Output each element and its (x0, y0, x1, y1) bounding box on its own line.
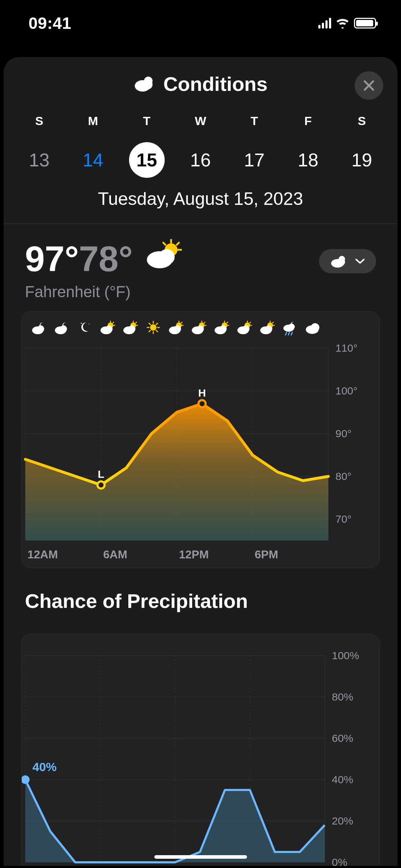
svg-line-73 (288, 332, 289, 335)
chevron-down-icon (355, 258, 365, 265)
day-number: 16 (182, 142, 218, 178)
svg-line-5 (177, 243, 179, 245)
day-17[interactable]: T17 (229, 114, 279, 178)
svg-text:100°: 100° (335, 385, 358, 397)
header-title-row: Conditions (133, 72, 267, 95)
svg-point-57 (220, 325, 227, 332)
temperature-chart: 70°80°90°100°110° HL12AM6AM12PM6PM (22, 337, 378, 569)
svg-point-117 (22, 775, 30, 784)
svg-point-92 (199, 400, 206, 407)
day-label: T (143, 114, 150, 128)
partly-cloudy-night-icon (29, 320, 50, 337)
svg-text:20%: 20% (332, 815, 353, 827)
day-number: 18 (290, 142, 326, 178)
day-number: 15 (129, 142, 165, 178)
svg-point-51 (197, 325, 204, 332)
day-16[interactable]: W16 (175, 114, 225, 178)
day-19[interactable]: S19 (337, 114, 387, 178)
day-18[interactable]: F18 (283, 114, 333, 178)
svg-line-39 (149, 330, 150, 332)
conditions-sheet: Conditions S13M14T15W16T17F18S19 Tuesday… (4, 57, 397, 866)
svg-line-72 (286, 332, 287, 335)
day-label: S (358, 114, 366, 128)
svg-line-22 (113, 322, 114, 323)
hi-lo-temps: 97° 78° (25, 238, 182, 279)
day-number: 14 (75, 142, 111, 178)
svg-line-36 (149, 323, 150, 325)
day-15[interactable]: T15 (122, 114, 172, 178)
clear-night-icon (74, 320, 95, 337)
partly-cloudy-night-icon (52, 320, 72, 337)
svg-point-14 (37, 325, 44, 332)
svg-text:70°: 70° (335, 513, 351, 525)
svg-point-16 (60, 325, 67, 332)
sheet-header: Conditions (4, 57, 397, 110)
svg-point-17 (81, 323, 82, 324)
conditions-icon (133, 75, 155, 92)
svg-text:6AM: 6AM (103, 548, 128, 561)
svg-point-9 (159, 249, 175, 265)
svg-text:80%: 80% (332, 691, 353, 703)
svg-line-38 (156, 323, 158, 325)
svg-point-24 (106, 325, 113, 332)
svg-line-67 (273, 322, 273, 323)
day-number: 13 (21, 142, 57, 178)
status-time: 09:41 (29, 14, 71, 33)
svg-text:12PM: 12PM (179, 548, 209, 561)
svg-text:0%: 0% (332, 856, 347, 866)
partly-sunny-icon (234, 320, 255, 337)
selected-date-label: Tuesday, August 15, 2023 (4, 188, 397, 209)
svg-text:40%: 40% (32, 760, 57, 774)
low-temp: 78° (79, 238, 133, 279)
svg-line-55 (227, 322, 228, 323)
svg-point-45 (174, 325, 181, 332)
svg-text:100%: 100% (332, 650, 359, 661)
home-indicator[interactable] (154, 855, 247, 859)
svg-text:80°: 80° (335, 470, 351, 482)
precip-section-title: Chance of Precipitation (4, 568, 397, 623)
cellular-signal-icon (318, 18, 331, 29)
day-number: 17 (236, 142, 272, 178)
temperature-chart-card[interactable]: 70°80°90°100°110° HL12AM6AM12PM6PM (21, 311, 380, 568)
precip-chart-card[interactable]: 0%20%40%60%80%100%40%12AM6AM12PM6PM (21, 634, 380, 866)
metric-selector[interactable] (319, 249, 376, 273)
day-14[interactable]: M14 (68, 114, 118, 178)
day-label: T (251, 114, 258, 128)
wifi-icon (335, 18, 350, 29)
svg-point-76 (311, 323, 319, 332)
high-temp: 97° (25, 238, 79, 279)
svg-point-69 (265, 325, 272, 332)
svg-text:60%: 60% (332, 732, 353, 744)
cloudy-icon (303, 320, 323, 337)
day-13[interactable]: S13 (14, 114, 64, 178)
svg-line-37 (156, 330, 158, 332)
close-button[interactable] (355, 71, 383, 100)
svg-point-12 (337, 258, 345, 266)
day-label: S (35, 114, 43, 128)
svg-point-71 (288, 324, 295, 330)
svg-text:12AM: 12AM (27, 548, 58, 561)
day-label: F (304, 114, 312, 128)
partly-sunny-icon (257, 320, 278, 337)
summary-condition-icon (143, 239, 182, 273)
svg-point-30 (128, 325, 135, 332)
status-indicators (318, 18, 376, 29)
svg-line-7 (163, 243, 165, 245)
hourly-condition-icons-row (22, 320, 379, 337)
svg-text:40%: 40% (332, 774, 353, 785)
svg-text:110°: 110° (335, 342, 358, 354)
svg-text:L: L (98, 468, 104, 480)
svg-line-43 (181, 322, 182, 323)
partly-sunny-icon (120, 320, 141, 337)
day-label: M (88, 114, 98, 128)
svg-point-18 (89, 324, 89, 324)
svg-text:6PM: 6PM (255, 548, 278, 561)
svg-line-49 (204, 322, 205, 323)
page-title: Conditions (163, 72, 267, 95)
close-icon (363, 79, 375, 92)
svg-line-28 (136, 322, 137, 323)
unit-label: Fahrenheit (°F) (25, 283, 182, 301)
svg-line-61 (250, 322, 251, 323)
cloud-icon (330, 255, 348, 268)
rain-night-icon (280, 320, 300, 337)
